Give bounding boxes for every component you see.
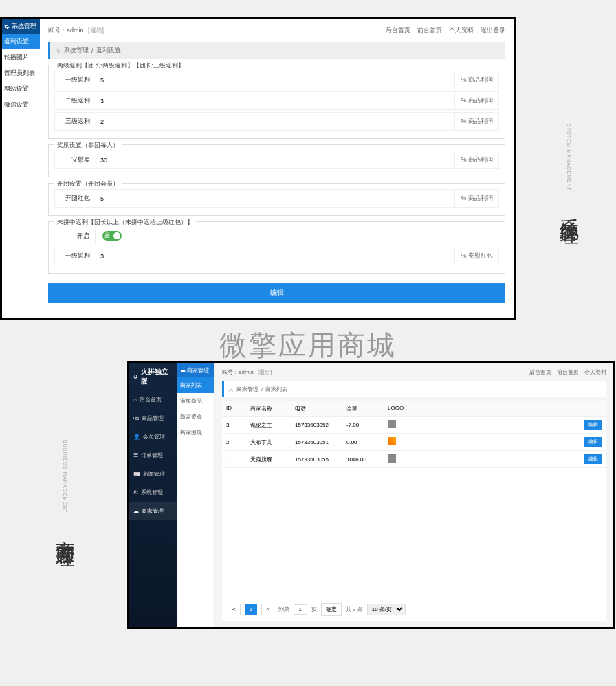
link-backend-home[interactable]: 后台首页 [386,26,410,35]
nav-business[interactable]: ☁ 商家管理 [129,502,177,520]
enable-toggle[interactable]: 是 [102,231,122,241]
section-label-system: SYSTEM MANAGEMENT 系统管理 [556,124,582,214]
fieldset-open-group: 开团设置（开团会员） 开团红包 % 商品利润 [48,183,505,216]
sidebar-item-site[interactable]: 网站设置 [2,81,40,97]
table-row: 3 诡秘之主 15733603052 -7.00 编辑 [222,417,606,434]
fieldset-title: 开团设置（开团会员） [54,179,122,188]
input-consolation[interactable] [96,153,454,168]
page-goto-input[interactable] [294,604,307,615]
table-header: ID 商家名称 电话 金额 LOGO [222,401,606,417]
topbar-links: 后台首页 前台首页 个人资料 退出登录 [386,26,505,35]
fieldset-reward: 奖励设置（参团每人） 安慰奖 % 商品利润 [48,144,505,177]
fieldset-title: 未拼中返利【团长以上（未拼中返给上级红包）】 [54,218,196,227]
pagination: < 1 > 到第 页 确定 共 3 条 10 条/页 [222,597,606,621]
watermark-title: 微擎应用商城 [0,327,616,364]
nav-members[interactable]: 👤 会员管理 [129,428,177,446]
logo-thumbnail [388,454,396,463]
sidebar-item-rebate[interactable]: 返利设置 [2,34,40,49]
svg-point-0 [58,50,59,52]
link-logout[interactable]: 退出登录 [481,26,505,35]
page-number-button[interactable]: 1 [245,604,257,615]
row-level3-rebate: 三级返利 % 商品利润 [54,112,499,131]
row-enable-toggle: 开启 是 [54,228,499,245]
input-level3-rebate[interactable] [96,114,454,129]
business-management-panel: 火拼独立版 ⌂ 后台首页 🛍 商品管理 👤 会员管理 ☰ 订单管理 📰 新闻管理… [127,361,615,629]
table-row: 2 大布丁儿 15733603051 0.00 编辑 [222,434,606,451]
main-content: 账号：admin [退出] 后台首页 前台首页 个人资料 退出登录 系统管理 /… [40,19,514,318]
main-sidebar: 火拼独立版 ⌂ 后台首页 🛍 商品管理 👤 会员管理 ☰ 订单管理 📰 新闻管理… [129,363,177,627]
system-management-panel: 系统管理 返利设置 轮播图片 管理员列表 网站设置 微信设置 账号：admin … [0,17,516,320]
link-backend-home[interactable]: 后台首页 [529,368,551,376]
breadcrumb: 系统管理 / 返利设置 [48,42,505,59]
table-row: 1 天猫旗舰 15733603055 1046.00 编辑 [222,451,606,468]
nav-orders[interactable]: ☰ 订单管理 [129,446,177,465]
row-nj-level1: 一级返利 % 安慰红包 [54,247,499,265]
nav-news[interactable]: 📰 新闻管理 [129,465,177,483]
breadcrumb: 商家管理 / 商家列表 [222,381,606,397]
input-open-redpacket[interactable] [96,191,454,206]
sidebar-item-carousel[interactable]: 轮播图片 [2,49,40,65]
logout-inline[interactable]: [退出] [88,27,104,34]
sub-item-withdraw[interactable]: 商家提现 [177,425,214,441]
flame-icon [132,373,139,380]
svg-point-1 [230,388,232,390]
link-frontend-home[interactable]: 前台首页 [417,26,442,35]
page-confirm-button[interactable]: 确定 [321,603,342,616]
gear-icon [56,48,61,54]
merchant-table: ID 商家名称 电话 金额 LOGO 3 诡秘之主 15733603052 -7… [222,401,606,597]
page-prev-button[interactable]: < [228,604,241,615]
user-icon [228,387,234,392]
fieldset-not-joined: 未拼中返利【团长以上（未拼中返给上级红包）】 开启 是 一级返利 % 安慰红包 [48,221,505,274]
fieldset-two-level-rebate: 两级返利【团长:两级返利】【团长:三级返利】 一级返利 % 商品利润 二级返利 … [48,65,505,139]
nav-system[interactable]: ⚙ 系统管理 [129,483,177,502]
link-frontend-home[interactable]: 前台首页 [557,368,579,376]
sub-item-funds[interactable]: 商家资金 [177,409,214,425]
main-content: 账号：admin [退出] 后台首页 前台首页 个人资料 商家管理 / 商家列表… [215,363,613,627]
sidebar-item-admins[interactable]: 管理员列表 [2,65,40,81]
row-level2-rebate: 二级返利 % 商品利润 [54,91,499,110]
sidebar-header-label: 系统管理 [12,22,36,31]
link-profile[interactable]: 个人资料 [449,26,474,35]
fieldset-title: 两级返利【团长:两级返利】【团长:三级返利】 [54,61,187,70]
gear-icon [4,24,10,30]
link-profile[interactable]: 个人资料 [584,368,606,376]
input-level1-rebate[interactable] [96,73,454,88]
sidebar: 系统管理 返利设置 轮播图片 管理员列表 网站设置 微信设置 [2,19,40,318]
topbar-links: 后台首页 前台首页 个人资料 [529,368,606,376]
fieldset-title: 奖励设置（参团每人） [54,141,122,150]
row-consolation: 安慰奖 % 商品利润 [54,151,499,169]
edit-button[interactable]: 编辑 [584,420,602,430]
sub-item-audit[interactable]: 审核商品 [177,393,214,409]
sidebar-item-wechat[interactable]: 微信设置 [2,97,40,113]
nav-products[interactable]: 🛍 商品管理 [129,409,177,428]
edit-button[interactable]: 编辑 [584,437,602,447]
sub-sidebar-header: ☁ 商家管理 [177,363,214,377]
logo-thumbnail [388,420,396,428]
topbar: 账号：admin [退出] 后台首页 前台首页 个人资料 [222,368,606,376]
page-next-button[interactable]: > [261,604,274,615]
account-info: 账号：admin [退出] [222,368,272,376]
row-open-redpacket: 开团红包 % 商品利润 [54,189,499,208]
sub-item-list[interactable]: 商家列表 [177,377,214,393]
input-nj-level1[interactable] [96,249,454,264]
nav-home[interactable]: ⌂ 后台首页 [129,390,177,409]
sidebar-header: 系统管理 [2,19,40,34]
brand: 火拼独立版 [129,363,177,390]
sub-sidebar: ☁ 商家管理 商家列表 审核商品 商家资金 商家提现 [177,363,215,627]
input-level2-rebate[interactable] [96,93,454,109]
submit-button[interactable]: 编辑 [48,283,505,303]
edit-button[interactable]: 编辑 [584,454,602,464]
toggle-dot-icon [113,232,120,239]
account-info: 账号：admin [退出] [48,26,104,35]
per-page-select[interactable]: 10 条/页 [367,604,406,615]
row-level1-rebate: 一级返利 % 商品利润 [54,71,499,89]
section-label-business: BUSINESS MANAGEMENT 商家管理 [52,440,78,536]
topbar: 账号：admin [退出] 后台首页 前台首页 个人资料 退出登录 [48,26,505,35]
logout-inline[interactable]: [退出] [258,369,272,375]
logo-thumbnail [388,437,396,445]
